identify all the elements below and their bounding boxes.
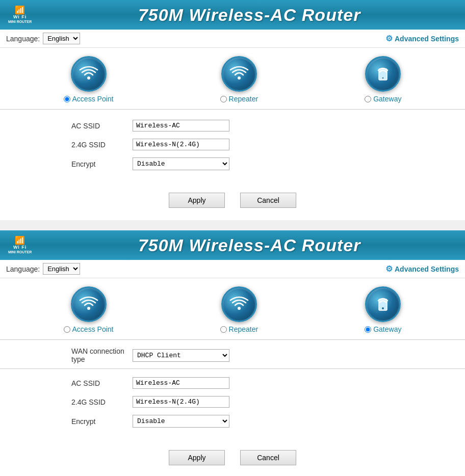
language-select-2[interactable]: English — [43, 263, 80, 275]
access-point-icon-2[interactable] — [71, 286, 107, 322]
ac-ssid-label-2: AC SSID — [20, 379, 133, 387]
logo-text-2: Wi Fi — [8, 245, 32, 250]
ac-ssid-label-1: AC SSID — [20, 122, 133, 130]
repeater-icon-2[interactable] — [221, 286, 257, 322]
logo-text-1: Wi Fi — [8, 15, 32, 20]
wan-row: WAN connection type DHCP Client Static I… — [0, 342, 465, 369]
mode-selector-1: Access Point Repeater — [0, 48, 465, 107]
advanced-settings-link-1[interactable]: ⚙ Advanced Settings — [385, 34, 459, 43]
wifi-logo-2: 📶 Wi Fi MINI ROUTER — [8, 236, 32, 254]
ssid24-label-2: 2.4G SSID — [20, 398, 133, 406]
wan-label: WAN connection type — [20, 347, 133, 363]
mode-item-gw-1: Gateway — [365, 56, 401, 103]
encrypt-select-2[interactable]: Disable WEP WPA WPA2 — [133, 415, 229, 428]
access-point-radio-1[interactable] — [64, 96, 70, 102]
svg-point-6 — [238, 307, 241, 310]
gateway-label-2[interactable]: Gateway — [365, 325, 401, 333]
mode-divider-1 — [0, 109, 465, 110]
language-label-2: Language: — [6, 265, 40, 273]
mode-item-ap-1: Access Point — [64, 56, 114, 103]
language-label-1: Language: — [6, 35, 40, 43]
ac-ssid-input-1[interactable] — [133, 120, 229, 131]
repeater-icon-1[interactable] — [221, 56, 257, 92]
cancel-button-1[interactable]: Cancel — [240, 193, 296, 208]
encrypt-row-2: Encrypt Disable WEP WPA WPA2 — [20, 415, 445, 428]
header-2: 📶 Wi Fi MINI ROUTER 750M Wireless-AC Rou… — [0, 230, 465, 260]
ssid24-row-2: 2.4G SSID — [20, 396, 445, 408]
logo-area-1: 📶 Wi Fi MINI ROUTER — [8, 6, 32, 23]
apply-button-1[interactable]: Apply — [169, 193, 225, 208]
advanced-settings-label-2: Advanced Settings — [395, 265, 459, 273]
language-select-1[interactable]: English — [43, 33, 80, 44]
gear-icon-2: ⚙ — [385, 264, 393, 274]
lang-bar-1: Language: English ⚙ Advanced Settings — [0, 30, 465, 48]
wan-select[interactable]: DHCP Client Static IP PPPoE — [133, 349, 229, 362]
encrypt-select-1[interactable]: Disable WEP WPA WPA2 — [133, 157, 229, 170]
access-point-icon-1[interactable] — [71, 56, 107, 92]
svg-point-8 — [382, 307, 384, 309]
lang-bar-2: Language: English ⚙ Advanced Settings — [0, 260, 465, 278]
header-1: 📶 Wi Fi MINI ROUTER 750M Wireless-AC Rou… — [0, 0, 465, 30]
svg-point-5 — [87, 307, 90, 310]
panel-2: 📶 Wi Fi MINI ROUTER 750M Wireless-AC Rou… — [0, 230, 465, 476]
svg-point-0 — [87, 76, 90, 80]
ac-ssid-row-2: AC SSID — [20, 377, 445, 389]
header-title-1: 750M Wireless-AC Router — [42, 5, 457, 25]
gateway-label-1[interactable]: Gateway — [365, 95, 401, 103]
advanced-settings-label-1: Advanced Settings — [395, 35, 459, 43]
logo-area-2: 📶 Wi Fi MINI ROUTER — [8, 236, 32, 254]
repeater-radio-1[interactable] — [220, 96, 227, 102]
svg-point-4 — [381, 76, 385, 80]
repeater-label-1[interactable]: Repeater — [220, 95, 259, 103]
ssid24-input-1[interactable] — [133, 139, 229, 150]
ssid24-row-1: 2.4G SSID — [20, 139, 445, 150]
ssid24-label-1: 2.4G SSID — [20, 141, 133, 149]
gateway-icon-1[interactable] — [365, 56, 401, 92]
gear-icon-1: ⚙ — [385, 34, 393, 43]
form-area-2: AC SSID 2.4G SSID Encrypt Disable WEP WP… — [0, 369, 465, 440]
encrypt-label-2: Encrypt — [20, 417, 133, 426]
panel-1: 📶 Wi Fi MINI ROUTER 750M Wireless-AC Rou… — [0, 0, 465, 220]
logo-subtext-2: MINI ROUTER — [8, 250, 32, 254]
header-title-2: 750M Wireless-AC Router — [42, 235, 457, 255]
ac-ssid-row-1: AC SSID — [20, 120, 445, 131]
mode-item-rp-1: Repeater — [220, 56, 259, 103]
logo-subtext-1: MINI ROUTER — [8, 20, 32, 24]
ac-ssid-input-2[interactable] — [133, 377, 229, 389]
repeater-label-2[interactable]: Repeater — [220, 325, 259, 333]
cancel-button-2[interactable]: Cancel — [240, 450, 296, 465]
mode-item-ap-2: Access Point — [64, 286, 114, 333]
svg-point-1 — [238, 76, 241, 80]
advanced-settings-link-2[interactable]: ⚙ Advanced Settings — [385, 264, 459, 274]
form-area-1: AC SSID 2.4G SSID Encrypt Disable WEP WP… — [0, 112, 465, 182]
mode-divider-2 — [0, 339, 465, 340]
access-point-label-2[interactable]: Access Point — [64, 325, 114, 333]
access-point-label-1[interactable]: Access Point — [64, 95, 114, 103]
btn-row-1: Apply Cancel — [0, 182, 465, 220]
ssid24-input-2[interactable] — [133, 396, 229, 408]
mode-selector-2: Access Point Repeater — [0, 278, 465, 337]
mode-item-gw-2: Gateway — [365, 286, 401, 333]
mode-item-rp-2: Repeater — [220, 286, 259, 333]
repeater-radio-2[interactable] — [220, 326, 227, 333]
access-point-radio-2[interactable] — [64, 326, 70, 333]
gateway-radio-2[interactable] — [365, 326, 371, 333]
wifi-logo-1: 📶 Wi Fi MINI ROUTER — [8, 6, 32, 23]
gateway-radio-1[interactable] — [365, 96, 371, 102]
apply-button-2[interactable]: Apply — [169, 450, 225, 465]
gateway-icon-2[interactable] — [365, 286, 401, 322]
encrypt-row-1: Encrypt Disable WEP WPA WPA2 — [20, 157, 445, 170]
encrypt-label-1: Encrypt — [20, 160, 133, 168]
btn-row-2: Apply Cancel — [0, 440, 465, 476]
